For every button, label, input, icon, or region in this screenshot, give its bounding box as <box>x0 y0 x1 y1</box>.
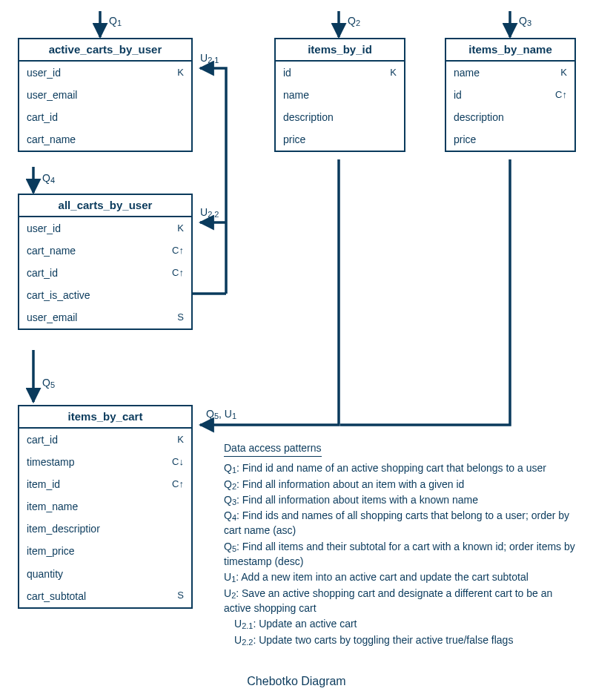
notes-item: U2.2: Update two carts by toggling their… <box>224 633 581 647</box>
label-q1: Q1 <box>109 15 122 27</box>
column-name: timestamp <box>27 456 166 468</box>
table-rows: user_idKcart_nameC↑cart_idC↑cart_is_acti… <box>19 217 191 328</box>
label-q3: Q3 <box>519 15 531 27</box>
column-name: price <box>283 133 379 145</box>
table-row: item_price <box>19 540 191 562</box>
column-key: C↓ <box>166 457 184 468</box>
column-name: price <box>454 133 549 145</box>
column-name: quantity <box>27 568 166 580</box>
table-title: all_carts_by_user <box>19 195 191 217</box>
notes-item: U2: Save an active shopping cart and des… <box>224 586 581 616</box>
table-row: user_email <box>19 84 191 106</box>
table-row: name <box>276 84 404 106</box>
column-name: description <box>283 111 379 123</box>
column-name: id <box>283 67 379 79</box>
table-title: items_by_id <box>276 39 404 62</box>
notes-item: Q5: Find all items and their subtotal fo… <box>224 539 581 569</box>
table-row: item_name <box>19 495 191 518</box>
table-title: items_by_cart <box>19 406 191 429</box>
column-name: cart_name <box>27 245 166 257</box>
column-name: item_id <box>27 478 166 490</box>
table-title: active_carts_by_user <box>19 39 191 62</box>
column-name: cart_is_active <box>27 289 166 301</box>
table-row: cart_nameC↑ <box>19 240 191 262</box>
table-row: item_descriptior <box>19 518 191 540</box>
table-row: item_idC↑ <box>19 473 191 495</box>
table-row: user_idK <box>19 62 191 84</box>
table-rows: nameKidC↑descriptionprice <box>446 62 574 151</box>
table-row: cart_idK <box>19 429 191 451</box>
table-row: cart_idC↑ <box>19 262 191 284</box>
label-u21: U2.1 <box>200 52 219 64</box>
label-q5: Q5 <box>42 377 55 389</box>
data-access-patterns: Data access patterns Q1: Find id and nam… <box>224 440 581 648</box>
column-key: K <box>166 223 184 234</box>
table-row: cart_is_active <box>19 284 191 306</box>
notes-item: Q2: Find all information about an item w… <box>224 477 581 492</box>
column-name: name <box>283 89 379 101</box>
column-name: user_email <box>27 89 166 101</box>
table-row: description <box>446 106 574 128</box>
column-key: C↑ <box>166 479 184 490</box>
label-q5u1: Q5, U1 <box>206 408 236 420</box>
table-row: idC↑ <box>446 84 574 106</box>
column-key: C↑ <box>166 268 184 279</box>
notes-item: Q1: Find id and name of an active shoppi… <box>224 460 581 475</box>
label-u22: U2.2 <box>200 206 219 218</box>
notes-heading: Data access patterns <box>224 440 322 457</box>
notes-item: Q4: Find ids and names of all shopping c… <box>224 508 581 538</box>
column-name: cart_name <box>27 133 166 145</box>
table-row: quantity <box>19 563 191 585</box>
table-row: price <box>276 128 404 151</box>
label-q2: Q2 <box>348 15 360 27</box>
table-row: user_idK <box>19 217 191 240</box>
table-row: description <box>276 106 404 128</box>
table-row: idK <box>276 62 404 84</box>
column-name: item_price <box>27 545 166 557</box>
table-active-carts-by-user: active_carts_by_user user_idKuser_emailc… <box>18 38 193 152</box>
column-name: cart_subtotal <box>27 590 166 602</box>
column-name: cart_id <box>27 434 166 446</box>
column-name: cart_id <box>27 111 166 123</box>
column-key: S <box>166 590 184 601</box>
table-row: user_emailS <box>19 306 191 328</box>
table-rows: idKnamedescriptionprice <box>276 62 404 151</box>
table-row: cart_subtotalS <box>19 585 191 607</box>
column-key: K <box>166 67 184 79</box>
table-items-by-id: items_by_id idKnamedescriptionprice <box>274 38 405 152</box>
column-name: cart_id <box>27 267 166 279</box>
table-row: price <box>446 128 574 151</box>
table-row: cart_id <box>19 106 191 128</box>
notes-item: U1: Add a new item into an active cart a… <box>224 569 581 584</box>
table-items-by-cart: items_by_cart cart_idKtimestampC↓item_id… <box>18 405 193 609</box>
column-name: item_name <box>27 501 166 512</box>
table-rows: cart_idKtimestampC↓item_idC↑item_nameite… <box>19 429 191 607</box>
column-key: S <box>166 312 184 323</box>
table-row: timestampC↓ <box>19 451 191 473</box>
notes-list: Q1: Find id and name of an active shoppi… <box>224 460 581 647</box>
table-all-carts-by-user: all_carts_by_user user_idKcart_nameC↑car… <box>18 194 193 330</box>
column-name: item_descriptior <box>27 523 166 535</box>
table-title: items_by_name <box>446 39 574 62</box>
notes-item: U2.1: Update an active cart <box>224 616 581 631</box>
table-row: nameK <box>446 62 574 84</box>
column-name: user_email <box>27 311 166 323</box>
column-name: description <box>454 111 549 123</box>
notes-item: Q3: Find all information about items wit… <box>224 492 581 507</box>
column-name: name <box>454 67 549 79</box>
column-key: C↑ <box>166 245 184 257</box>
column-name: user_id <box>27 67 166 79</box>
column-key: K <box>166 435 184 446</box>
column-key: C↑ <box>549 90 567 101</box>
column-name: id <box>454 89 549 101</box>
column-key: K <box>379 67 397 79</box>
column-name: user_id <box>27 222 166 234</box>
table-items-by-name: items_by_name nameKidC↑descriptionprice <box>445 38 576 152</box>
label-q4: Q4 <box>42 172 55 184</box>
diagram-caption: Chebotko Diagram <box>0 675 593 688</box>
table-rows: user_idKuser_emailcart_idcart_name <box>19 62 191 151</box>
table-row: cart_name <box>19 128 191 151</box>
column-key: K <box>549 67 567 79</box>
